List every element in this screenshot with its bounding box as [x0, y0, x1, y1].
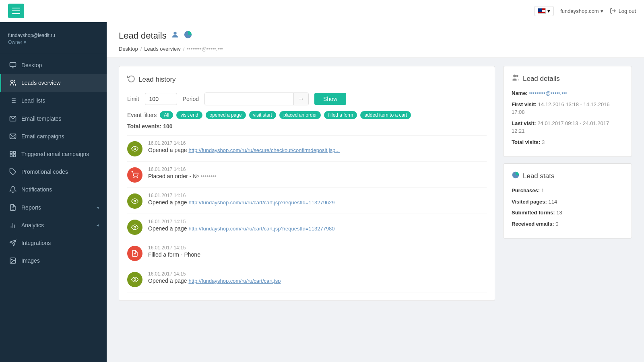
main-layout: fundayshop@leadit.ru Owner ▾ Desktop	[0, 22, 644, 362]
lead-history-panel: Lead history Limit Period → Show Event f…	[119, 66, 495, 301]
event-item: 16.01.2017 14:16 Opened a page http://fu…	[127, 188, 487, 214]
content-area: Lead history Limit Period → Show Event f…	[107, 58, 644, 309]
reports-chevron: ◂	[97, 205, 99, 210]
limit-label: Limit	[127, 96, 139, 102]
sidebar-item-notifications[interactable]: Notifications	[0, 181, 107, 198]
event-time: 16.01.2017 14:16	[148, 167, 487, 172]
event-icon-form	[127, 246, 142, 261]
bell-icon	[9, 186, 17, 193]
total-events: Total events: 100	[127, 123, 487, 130]
event-item: 16.01.2017 14:15 Opened a page http://fu…	[127, 266, 487, 292]
period-arrow-icon: →	[293, 93, 308, 105]
event-description: Opened a page http://fundayshop.com/ru/r…	[148, 199, 487, 206]
svg-point-32	[137, 177, 138, 178]
sidebar-item-reports[interactable]: Reports ◂	[0, 199, 107, 216]
reports-icon	[9, 204, 17, 211]
sidebar-item-email-templates[interactable]: Email templates	[0, 110, 107, 128]
sidebar-item-label-leads: Leads overview	[21, 79, 99, 86]
sidebar-item-images[interactable]: Images	[0, 252, 107, 269]
svg-point-37	[134, 279, 136, 281]
detail-last-visit: Last visit: 24.01.2017 09:13 - 24.01.201…	[512, 119, 623, 135]
domain-button[interactable]: fundayshop.com ▾	[560, 8, 603, 14]
stats-submitted-forms: Submitted forms: 13	[512, 209, 623, 217]
event-link[interactable]: http://fundayshop.com/ru/ru/cart/cart.js…	[188, 226, 334, 232]
sidebar-item-promo[interactable]: Promotional codes	[0, 163, 107, 181]
svg-point-4	[11, 80, 13, 83]
lead-details-card: Lead details Name: •••••••••@•••••.••• F…	[503, 66, 632, 157]
sidebar-item-email-campaigns[interactable]: Email campaigns	[0, 128, 107, 145]
total-visits-value: 3	[542, 139, 545, 145]
page-title: Lead details	[119, 30, 632, 41]
event-item: 16.01.2017 14:15 Opened a page http://fu…	[127, 214, 487, 240]
sidebar-item-label-email-campaigns: Email campaigns	[21, 133, 99, 140]
svg-rect-18	[10, 155, 12, 157]
filter-tag-visit-start[interactable]: visit start	[249, 111, 276, 119]
sidebar: fundayshop@leadit.ru Owner ▾ Desktop	[0, 22, 107, 362]
filter-tag-visit-end[interactable]: visit end	[176, 111, 202, 119]
event-filters-label: Event filters	[127, 112, 157, 118]
event-time: 16.01.2017 14:15	[148, 219, 487, 224]
lead-stats-icon	[512, 171, 520, 181]
period-date-input[interactable]	[205, 93, 293, 105]
limit-input[interactable]	[145, 93, 177, 105]
event-link[interactable]: http://fundayshop.com/ru/ru/secure/check…	[188, 147, 340, 153]
flag-icon	[538, 8, 546, 14]
svg-point-34	[134, 226, 136, 228]
page-header: Lead details Desktop / Leads overview	[107, 22, 644, 58]
hamburger-button[interactable]	[8, 4, 24, 18]
breadcrumb: Desktop / Leads overview / ••••••••@••••…	[119, 46, 632, 58]
language-button[interactable]: ▾	[534, 6, 554, 16]
filter-tag-all[interactable]: All	[160, 111, 173, 119]
event-time: 16.01.2017 14:16	[148, 193, 487, 198]
sidebar-item-triggered-email[interactable]: Triggered email campaigns	[0, 145, 107, 163]
sidebar-item-integrations[interactable]: Integrations	[0, 234, 107, 252]
event-time: 16.01.2017 14:15	[148, 271, 487, 277]
stats-purchases: Purchases: 1	[512, 187, 623, 195]
flag-chevron: ▾	[547, 8, 550, 14]
detail-total-visits: Total visits: 3	[512, 138, 623, 146]
filter-tag-added-cart[interactable]: added item to a cart	[360, 111, 411, 119]
svg-point-33	[134, 200, 136, 202]
event-time: 16.01.2017 14:15	[148, 245, 487, 251]
filter-tag-opened-page[interactable]: opened a page	[206, 111, 246, 119]
event-description: Opened a page http://fundayshop.com/ru/r…	[148, 278, 487, 284]
top-navigation: ▾ fundayshop.com ▾ Log out	[0, 0, 644, 22]
sidebar-item-analytics[interactable]: Analytics ◂	[0, 216, 107, 234]
sidebar-item-desktop[interactable]: Desktop	[0, 56, 107, 74]
sidebar-role[interactable]: Owner ▾	[8, 39, 26, 45]
svg-rect-15	[10, 151, 12, 153]
show-button[interactable]: Show	[314, 93, 346, 105]
analytics-chevron: ◂	[97, 223, 99, 227]
event-link[interactable]: http://fundayshop.com/ru/ru/cart/cart.js…	[188, 200, 334, 206]
sidebar-item-label-lead-lists: Lead lists	[21, 97, 99, 104]
total-events-count: 100	[163, 123, 172, 130]
sidebar-item-leads-overview[interactable]: Leads overview	[0, 74, 107, 92]
logout-button[interactable]: Log out	[610, 8, 636, 14]
event-description: Placed an order - № ••••••••	[148, 173, 487, 179]
event-icon-page	[127, 220, 142, 235]
images-icon	[9, 257, 17, 264]
sidebar-item-label-images: Images	[21, 257, 99, 264]
svg-point-39	[516, 75, 518, 77]
sidebar-item-lead-lists[interactable]: Lead lists	[0, 92, 107, 109]
breadcrumb-desktop[interactable]: Desktop	[119, 46, 138, 52]
analytics-icon	[9, 222, 17, 229]
svg-rect-17	[14, 155, 16, 157]
sidebar-email: fundayshop@leadit.ru	[8, 33, 99, 38]
detail-name: Name: •••••••••@•••••.•••	[512, 89, 623, 97]
breadcrumb-leads[interactable]: Leads overview	[144, 46, 180, 52]
sidebar-item-label-desktop: Desktop	[21, 62, 99, 69]
period-input-wrap: →	[204, 93, 309, 105]
event-link[interactable]: http://fundayshop.com/ru/ru/cart/cart.js…	[188, 278, 281, 284]
filter-tag-placed-order[interactable]: placed an order	[279, 111, 321, 119]
filter-tag-filled-form[interactable]: filled a form	[324, 111, 357, 119]
domain-text: fundayshop.com	[560, 8, 599, 14]
domain-chevron: ▾	[601, 8, 603, 14]
event-icon-page	[127, 193, 142, 209]
svg-rect-1	[10, 62, 16, 67]
trigger-icon	[9, 150, 17, 158]
stats-visited-pages: Visited pages: 114	[512, 198, 623, 206]
lead-history-title: Lead history	[127, 74, 487, 84]
lead-stats-title: Lead stats	[512, 171, 623, 181]
detail-first-visit: First visit: 14.12.2016 13:18 - 14.12.20…	[512, 101, 623, 116]
